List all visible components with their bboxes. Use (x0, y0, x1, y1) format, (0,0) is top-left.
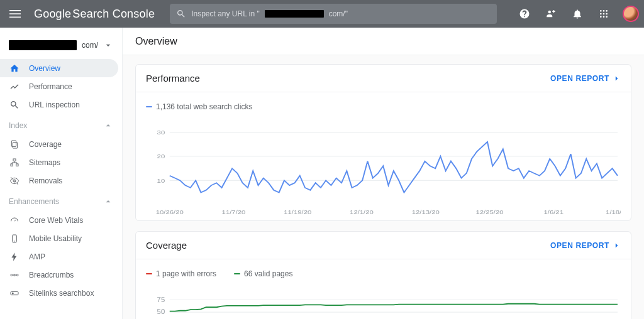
search-icon (9, 100, 20, 110)
svg-rect-1 (9, 13, 21, 14)
coverage-card: Coverage OPEN REPORT 1 page with errors … (135, 231, 631, 319)
open-coverage-report-link[interactable]: OPEN REPORT (550, 241, 621, 250)
svg-text:20: 20 (157, 153, 165, 160)
svg-rect-0 (9, 10, 21, 11)
apps-grid-icon[interactable] (594, 4, 614, 24)
performance-card: Performance OPEN REPORT 1,136 total web … (135, 64, 631, 221)
svg-text:30: 30 (157, 129, 165, 136)
svg-text:11/7/20: 11/7/20 (222, 209, 246, 215)
phone-icon (9, 234, 20, 244)
sidebar-item-label: Mobile Usability (29, 234, 82, 243)
page-title: Overview (123, 28, 644, 55)
svg-rect-26 (11, 291, 18, 295)
hamburger-menu-icon[interactable] (5, 4, 25, 24)
svg-point-9 (606, 13, 608, 15)
performance-chart: 10203010/26/2011/7/2011/19/2012/1/2012/1… (146, 116, 621, 217)
sidebar-item-label: Overview (29, 64, 60, 73)
svg-text:75: 75 (157, 296, 165, 303)
svg-rect-17 (16, 164, 18, 166)
svg-text:50: 50 (157, 308, 165, 315)
svg-rect-13 (11, 141, 16, 146)
home-icon (9, 63, 20, 73)
sidebar-item-label: AMP (29, 252, 45, 261)
sidebar-item-removals[interactable]: Removals (0, 171, 118, 190)
svg-point-27 (12, 293, 13, 294)
sidebar-item-mobile[interactable]: Mobile Usability (0, 229, 118, 247)
sidebar-item-coverage[interactable]: Coverage (0, 135, 118, 153)
eye-off-icon (9, 176, 20, 186)
sidebar-item-label: Core Web Vitals (29, 216, 83, 225)
svg-text:12/25/20: 12/25/20 (475, 209, 503, 215)
sidebar-item-breadcrumbs[interactable]: Breadcrumbs (0, 266, 118, 284)
content-area: Overview Performance OPEN REPORT 1,136 t… (123, 28, 644, 319)
header-bar: Google Search Console Inspect any URL in… (0, 0, 644, 28)
trend-icon (9, 82, 20, 92)
svg-text:1/6/21: 1/6/21 (543, 209, 564, 215)
svg-text:12/13/20: 12/13/20 (412, 209, 440, 215)
svg-point-23 (11, 274, 13, 276)
chevron-up-icon (103, 197, 113, 207)
copy-icon (9, 139, 20, 149)
svg-point-24 (14, 274, 16, 276)
sidebar-item-url-inspection[interactable]: URL inspection (0, 95, 118, 114)
sidebar-section-index[interactable]: Index (0, 116, 122, 135)
sidebar-item-label: Sitemaps (29, 158, 60, 167)
chevron-right-icon (612, 74, 621, 83)
sidebar-item-label: Sitelinks searchbox (29, 289, 94, 298)
redacted-property (9, 40, 77, 50)
sidebar-item-label: Breadcrumbs (29, 271, 74, 279)
open-performance-report-link[interactable]: OPEN REPORT (550, 74, 621, 83)
sitemap-icon (9, 158, 20, 168)
svg-point-3 (548, 11, 552, 14)
account-avatar[interactable] (623, 6, 639, 22)
coverage-card-title: Coverage (146, 240, 550, 251)
search-icon (176, 9, 186, 19)
svg-text:10/26/20: 10/26/20 (156, 209, 184, 215)
chevron-up-icon (103, 121, 113, 131)
inspect-url-input[interactable] (353, 9, 491, 18)
svg-line-20 (14, 219, 16, 221)
svg-point-25 (16, 274, 18, 276)
sidebar-item-overview[interactable]: Overview (0, 59, 118, 77)
brand-product: Search Console (72, 8, 155, 21)
sidebar-item-label: URL inspection (29, 100, 80, 109)
svg-point-7 (600, 13, 602, 15)
svg-text:11/19/20: 11/19/20 (284, 209, 311, 215)
speedometer-icon (9, 215, 20, 225)
chevron-down-icon (103, 40, 113, 50)
svg-point-10 (600, 16, 602, 18)
users-icon[interactable] (541, 4, 561, 24)
svg-point-6 (606, 10, 608, 12)
svg-rect-16 (11, 164, 13, 166)
sidebar-item-sitelinks[interactable]: Sitelinks searchbox (0, 284, 118, 302)
brand-google: Google (34, 8, 71, 21)
search-box-icon (9, 288, 20, 298)
svg-rect-2 (9, 17, 21, 18)
svg-point-5 (603, 10, 605, 12)
svg-point-4 (600, 10, 602, 12)
svg-text:10: 10 (157, 177, 165, 183)
svg-point-8 (603, 13, 605, 15)
sidebar-item-label: Removals (29, 176, 62, 185)
property-suffix: com/ (82, 41, 98, 50)
performance-card-title: Performance (146, 73, 550, 84)
sidebar-item-label: Performance (29, 82, 72, 91)
redacted-domain (265, 10, 324, 18)
svg-rect-15 (13, 159, 16, 161)
help-icon[interactable] (514, 4, 535, 24)
sidebar-item-sitemaps[interactable]: Sitemaps (0, 153, 118, 171)
sidebar-item-cwv[interactable]: Core Web Vitals (0, 211, 118, 229)
notifications-icon[interactable] (567, 4, 587, 24)
coverage-legend: 1 page with errors 66 valid pages (146, 269, 621, 278)
property-selector[interactable]: com/ (0, 31, 122, 59)
svg-rect-14 (13, 142, 17, 148)
breadcrumb-icon (9, 270, 20, 280)
search-placeholder-prefix: Inspect any URL in " (191, 9, 260, 18)
coverage-chart: 507510/26/2011/7/2011/19/2012/1/2012/13/… (146, 283, 621, 319)
sidebar-item-label: Coverage (29, 140, 62, 149)
url-inspect-search[interactable]: Inspect any URL in " com/" (170, 4, 497, 24)
sidebar-item-performance[interactable]: Performance (0, 77, 118, 95)
svg-text:1/18/21: 1/18/21 (606, 209, 621, 215)
sidebar-section-enhancements[interactable]: Enhancements (0, 192, 122, 211)
sidebar-item-amp[interactable]: AMP (0, 247, 118, 266)
